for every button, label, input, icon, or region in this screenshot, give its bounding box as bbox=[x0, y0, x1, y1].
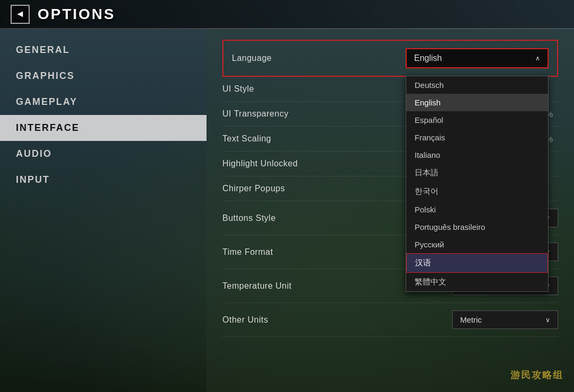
text-scaling-label: Text Scaling bbox=[222, 134, 349, 144]
content-area: Language English ∧ Deutsch English Españ… bbox=[207, 29, 574, 392]
sidebar-item-interface[interactable]: INTERFACE bbox=[0, 115, 207, 141]
language-option-portugues[interactable]: Português brasileiro bbox=[406, 218, 548, 236]
ui-style-label: UI Style bbox=[222, 84, 349, 94]
sidebar-item-gameplay[interactable]: GAMEPLAY bbox=[0, 89, 207, 115]
watermark: 游民攻略组 bbox=[510, 369, 563, 381]
language-option-chinese-traditional[interactable]: 繁體中文 bbox=[406, 273, 548, 291]
title-bar: ◄ OPTIONS bbox=[0, 0, 574, 29]
language-header: Language English ∧ bbox=[223, 41, 557, 76]
language-selected-value: English bbox=[414, 54, 442, 63]
language-option-chinese-simplified[interactable]: 汉语 bbox=[406, 253, 548, 273]
sidebar-item-general[interactable]: GENERAL bbox=[0, 37, 207, 63]
sidebar-item-audio[interactable]: AUDIO bbox=[0, 141, 207, 167]
chevron-up-icon: ∧ bbox=[535, 55, 540, 62]
language-option-japanese[interactable]: 日本語 bbox=[406, 164, 548, 182]
language-label: Language bbox=[232, 54, 359, 63]
back-button[interactable]: ◄ bbox=[11, 5, 30, 24]
language-option-english[interactable]: English bbox=[406, 94, 548, 111]
sidebar-item-input[interactable]: INPUT bbox=[0, 167, 207, 193]
temperature-unit-label: Temperature Unit bbox=[222, 281, 349, 291]
chevron-down-icon-4: ∨ bbox=[545, 316, 550, 324]
language-dropdown[interactable]: English ∧ bbox=[406, 48, 549, 68]
ui-transparency-label: UI Transparency bbox=[222, 109, 349, 119]
language-dropdown-list[interactable]: Deutsch English Español Français Italian… bbox=[406, 76, 549, 292]
language-option-deutsch[interactable]: Deutsch bbox=[406, 76, 548, 94]
other-units-value: Metric bbox=[460, 315, 482, 324]
other-units-label: Other Units bbox=[222, 315, 349, 325]
page-title: OPTIONS bbox=[38, 6, 115, 23]
language-option-russian[interactable]: Русский bbox=[406, 236, 548, 253]
time-format-label: Time Format bbox=[222, 247, 349, 257]
other-units-row: Other Units Metric ∨ bbox=[222, 303, 558, 337]
chirper-popups-label: Chirper Popups bbox=[222, 184, 349, 193]
buttons-style-label: Buttons Style bbox=[222, 213, 349, 223]
language-section: Language English ∧ Deutsch English Españ… bbox=[222, 40, 558, 77]
main-layout: GENERAL GRAPHICS GAMEPLAY INTERFACE AUDI… bbox=[0, 29, 574, 392]
language-option-espanol[interactable]: Español bbox=[406, 111, 548, 129]
language-option-korean[interactable]: 한국어 bbox=[406, 182, 548, 201]
language-option-polski[interactable]: Polski bbox=[406, 201, 548, 218]
highlight-unlocked-label: Highlight Unlocked bbox=[222, 159, 349, 168]
sidebar-item-graphics[interactable]: GRAPHICS bbox=[0, 63, 207, 89]
sidebar: GENERAL GRAPHICS GAMEPLAY INTERFACE AUDI… bbox=[0, 29, 207, 392]
language-option-italiano[interactable]: Italiano bbox=[406, 146, 548, 164]
language-option-francais[interactable]: Français bbox=[406, 129, 548, 146]
other-units-dropdown[interactable]: Metric ∨ bbox=[452, 310, 558, 329]
